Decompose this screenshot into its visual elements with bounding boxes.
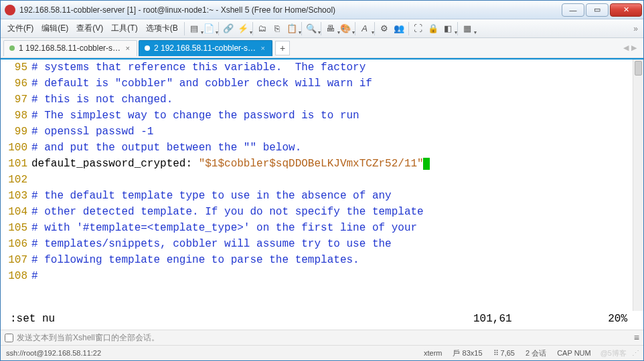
- line-number: 97: [1, 92, 27, 108]
- statusbar: ssh://root@192.168.58.11:22 xterm ⼾ 83x1…: [1, 346, 643, 360]
- vim-status-line: :set nu 101,61 20%: [1, 311, 643, 330]
- status-connection: ssh://root@192.168.58.11:22: [6, 349, 413, 357]
- status-size: ⼾ 83x15: [453, 348, 482, 358]
- tab-session-1[interactable]: 1 192.168.58.11-cobbler-server... ×: [3, 40, 137, 56]
- users-icon[interactable]: 👥: [392, 22, 406, 35]
- app-icon: [5, 5, 15, 15]
- code-line: [31, 172, 643, 188]
- code-content[interactable]: # systems that reference this variable. …: [31, 59, 643, 311]
- print-icon[interactable]: 🖶: [324, 22, 337, 35]
- tab-session-2[interactable]: 2 192.168.58.11-cobbler-ser... ×: [139, 40, 272, 56]
- tab-add-button[interactable]: +: [275, 41, 290, 55]
- minimize-button[interactable]: —: [562, 3, 584, 17]
- maximize-button[interactable]: ▭: [586, 3, 609, 17]
- code-line: # following template engine to parse the…: [31, 252, 643, 268]
- scrollbar-thumb[interactable]: [635, 61, 642, 76]
- line-number: 103: [1, 188, 27, 204]
- line-number: 106: [1, 236, 27, 252]
- separator: [321, 22, 321, 35]
- paste-icon[interactable]: 📋: [285, 22, 299, 35]
- color-icon[interactable]: 🎨: [339, 22, 352, 35]
- line-number-gutter: 9596979899100101102103104105106107108: [1, 59, 31, 311]
- editor[interactable]: 9596979899100101102103104105106107108 # …: [1, 59, 643, 311]
- line-number: 98: [1, 108, 27, 124]
- broadcast-checkbox[interactable]: [5, 334, 13, 342]
- status-dot-icon: [145, 45, 150, 51]
- watermark: @5​​​博客: [600, 348, 627, 358]
- line-number: 108: [1, 268, 27, 284]
- tabbar: 1 192.168.58.11-cobbler-server... × 2 19…: [1, 38, 643, 58]
- tab-close-icon[interactable]: ×: [261, 44, 265, 52]
- line-number: 100: [1, 140, 27, 156]
- separator: [252, 22, 253, 35]
- broadcast-label: 发送文本到当前Xshell窗口的全部会话。: [17, 332, 159, 344]
- lock-icon[interactable]: 🔒: [426, 22, 440, 35]
- code-line: default_password_crypted: "$1$cobbler$sq…: [31, 156, 643, 172]
- tab-label: 2 192.168.58.11-cobbler-ser...: [154, 43, 257, 53]
- code-line: # templates/snippets, cobbler will assum…: [31, 236, 643, 252]
- code-line: # systems that reference this variable. …: [31, 59, 643, 76]
- new-session-icon[interactable]: ▤: [187, 22, 201, 35]
- copy-icon[interactable]: ⎘: [270, 22, 284, 35]
- code-line: # The simplest way to change the passwor…: [31, 108, 643, 124]
- cursor: [423, 158, 430, 170]
- tab-prev-icon[interactable]: ◀: [623, 43, 629, 52]
- line-number: 96: [1, 76, 27, 92]
- separator: [184, 22, 185, 35]
- status-enc: ⠿ 7,65: [493, 349, 515, 358]
- menu-tools[interactable]: 工具(T): [107, 20, 141, 37]
- line-number: 104: [1, 204, 27, 220]
- vim-cursor-pos: 101,61: [473, 311, 580, 327]
- menu-tabs[interactable]: 选项卡(B: [142, 20, 182, 37]
- line-number: 95: [1, 59, 27, 76]
- line-number: 105: [1, 220, 27, 236]
- transparency-icon[interactable]: ◧: [441, 22, 455, 35]
- vertical-scrollbar[interactable]: [633, 59, 643, 311]
- close-button[interactable]: ✕: [610, 3, 642, 17]
- layout-icon[interactable]: ▦: [461, 22, 474, 35]
- menu-view[interactable]: 查看(V): [72, 20, 107, 37]
- line-number: 99: [1, 124, 27, 140]
- separator: [355, 22, 355, 35]
- menubar: 文件(F) 编辑(E) 查看(V) 工具(T) 选项卡(B ▤ 📄 🔗 ⚡ 🗂 …: [1, 19, 643, 38]
- properties-icon[interactable]: 🗂: [256, 22, 269, 35]
- resize-grip-icon[interactable]: ⋰: [632, 349, 638, 358]
- fullscreen-icon[interactable]: ⛶: [412, 22, 425, 35]
- code-line: # and put the output between the "" belo…: [31, 140, 643, 156]
- vim-command: :set nu: [10, 311, 473, 327]
- broadcast-bar: 发送文本到当前Xshell窗口的全部会话。 ≡: [1, 330, 643, 346]
- code-line: # the default template type to use in th…: [31, 188, 643, 204]
- vim-scroll-pct: 20%: [580, 311, 641, 327]
- separator: [301, 22, 302, 35]
- menu-file[interactable]: 文件(F): [3, 20, 37, 37]
- code-line: # default is "cobbler" and cobbler check…: [31, 76, 643, 92]
- reconnect-icon[interactable]: 🔗: [222, 22, 235, 35]
- tab-close-icon[interactable]: ×: [126, 44, 130, 52]
- separator: [457, 22, 458, 35]
- separator: [408, 22, 409, 35]
- find-icon[interactable]: 🔍: [305, 22, 318, 35]
- window-controls: — ▭ ✕: [560, 3, 642, 17]
- line-number: 102: [1, 172, 27, 188]
- separator: [218, 22, 219, 35]
- app-window: 192.168.58.11-cobbler-server [1] - root@…: [0, 0, 644, 361]
- font-icon[interactable]: A: [358, 22, 372, 35]
- menu-edit[interactable]: 编辑(E): [37, 20, 72, 37]
- status-caps: CAP NUM: [557, 349, 591, 357]
- disconnect-icon[interactable]: ⚡: [236, 22, 250, 35]
- status-dot-icon: [9, 45, 15, 51]
- tab-next-icon[interactable]: ▶: [631, 43, 637, 52]
- status-term: xterm: [424, 349, 442, 357]
- status-sessions: 2 会话: [526, 348, 546, 358]
- titlebar[interactable]: 192.168.58.11-cobbler-server [1] - root@…: [1, 1, 643, 19]
- broadcast-menu-icon[interactable]: ≡: [634, 332, 639, 343]
- code-line: # with '#template=<template_type>' on th…: [31, 220, 643, 236]
- line-number: 101: [1, 156, 27, 172]
- code-line: # openssl passwd -1: [31, 124, 643, 140]
- toolbar-overflow-icon[interactable]: »: [631, 24, 641, 33]
- settings-icon[interactable]: ⚙: [378, 22, 391, 35]
- open-icon[interactable]: 📄: [202, 22, 216, 35]
- terminal-area: 9596979899100101102103104105106107108 # …: [1, 58, 643, 330]
- tab-label: 1 192.168.58.11-cobbler-server...: [19, 43, 122, 53]
- line-number: 107: [1, 252, 27, 268]
